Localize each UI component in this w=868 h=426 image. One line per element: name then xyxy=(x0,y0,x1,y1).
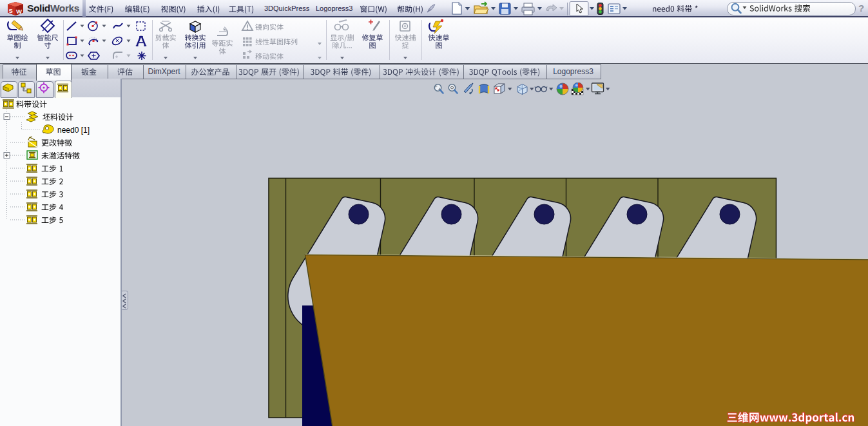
svg-text:S: S xyxy=(9,7,13,14)
svg-text:W: W xyxy=(16,8,22,15)
